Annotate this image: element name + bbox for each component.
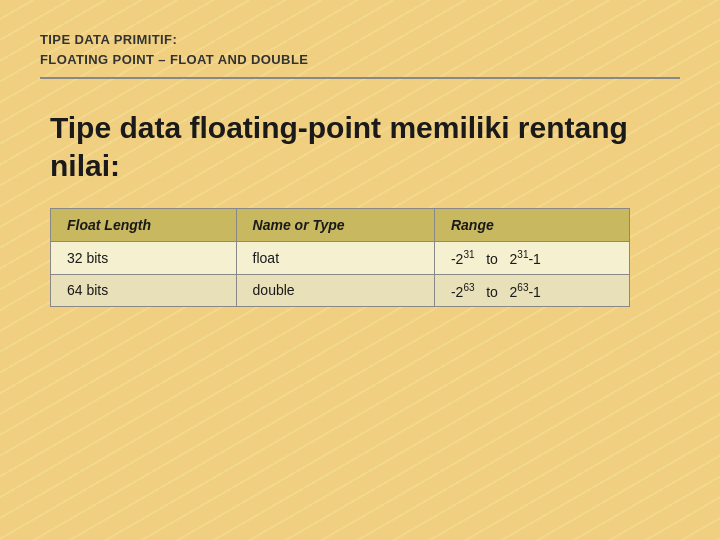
table-row: 32 bits float -231 to 231-1 (51, 242, 630, 275)
row2-range-exp2: 63 (517, 282, 528, 293)
data-table: Float Length Name or Type Range 32 bits … (50, 208, 630, 307)
row1-range-exp2: 31 (517, 249, 528, 260)
main-heading: Tipe data floating-point memiliki rentan… (40, 109, 680, 184)
row1-range-suffix: -1 (528, 251, 540, 267)
row1-range-exp1: 31 (463, 249, 474, 260)
col-name-or-type: Name or Type (236, 209, 434, 242)
table-row: 64 bits double -263 to 263-1 (51, 274, 630, 307)
row1-range-mid: to (475, 251, 510, 267)
row2-range-suffix: -1 (528, 283, 540, 299)
col-range: Range (434, 209, 629, 242)
row2-float-length: 64 bits (51, 274, 237, 307)
row2-range-mid: to (475, 283, 510, 299)
row2-range: -263 to 263-1 (434, 274, 629, 307)
table-container: Float Length Name or Type Range 32 bits … (40, 208, 680, 307)
row2-range-exp1: 63 (463, 282, 474, 293)
header-line2: FLOATING POINT – FLOAT AND DOUBLE (40, 52, 308, 67)
header-title: TIPE DATA PRIMITIF: FLOATING POINT – FLO… (40, 30, 680, 69)
row2-name-or-type: double (236, 274, 434, 307)
table-header-row: Float Length Name or Type Range (51, 209, 630, 242)
row1-range: -231 to 231-1 (434, 242, 629, 275)
header-section: TIPE DATA PRIMITIF: FLOATING POINT – FLO… (40, 30, 680, 79)
header-line1: TIPE DATA PRIMITIF: (40, 32, 177, 47)
row1-name-or-type: float (236, 242, 434, 275)
row1-float-length: 32 bits (51, 242, 237, 275)
row2-range-prefix: -2 (451, 283, 463, 299)
slide: TIPE DATA PRIMITIF: FLOATING POINT – FLO… (0, 0, 720, 540)
row1-range-prefix: -2 (451, 251, 463, 267)
col-float-length: Float Length (51, 209, 237, 242)
